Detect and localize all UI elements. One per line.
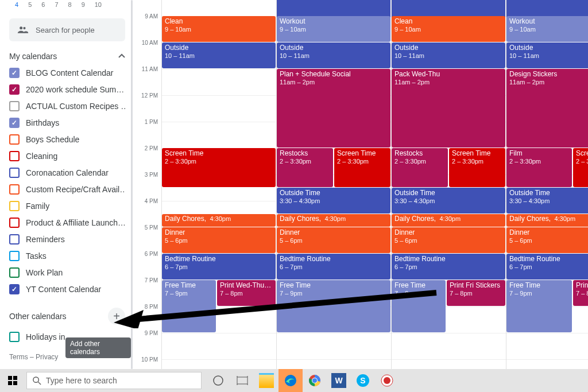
- event[interactable]: Dinner5 – 6pm: [392, 227, 505, 253]
- calendar-checkbox[interactable]: [9, 284, 20, 294]
- calendar-checkbox[interactable]: [9, 267, 20, 278]
- event[interactable]: Daily Chores, 4:30pm: [506, 214, 588, 227]
- calendar-item[interactable]: Reminders: [9, 231, 125, 247]
- trend-icon[interactable]: [375, 369, 399, 392]
- calendar-checkbox[interactable]: [9, 68, 20, 78]
- event[interactable]: Screen2 – 3:3: [573, 148, 588, 187]
- time-label: 11 AM: [142, 65, 158, 72]
- chrome-icon[interactable]: [303, 369, 327, 392]
- day-column[interactable]: Clean9 – 10amOutside10 – 11amScreen Time…: [162, 0, 277, 369]
- event[interactable]: Screen Time2 – 3:30pm: [449, 148, 505, 187]
- event[interactable]: Free Time7 – 9pm: [277, 280, 390, 332]
- time-label: 8 PM: [145, 303, 158, 309]
- event[interactable]: Free Time7 – 9pm: [506, 280, 572, 332]
- word-icon[interactable]: W: [327, 369, 351, 392]
- calendar-item[interactable]: Work Plan: [9, 264, 125, 281]
- cortana-icon[interactable]: [206, 369, 230, 392]
- calendar-item[interactable]: Product & Affiliate Launch…: [9, 214, 125, 231]
- event[interactable]: Outside10 – 11am: [392, 42, 505, 68]
- event[interactable]: Bedtime Routine6 – 7pm: [506, 254, 588, 280]
- event[interactable]: Outside Time3:30 – 4:30pm: [392, 188, 505, 214]
- my-calendars-header[interactable]: My calendars: [9, 52, 125, 61]
- calendar-item[interactable]: Cleaning: [9, 148, 125, 164]
- calendar-grid[interactable]: Clean9 – 10amOutside10 – 11amScreen Time…: [162, 0, 588, 369]
- time-label: 6 PM: [145, 250, 158, 257]
- event[interactable]: Bedtime Routine6 – 7pm: [162, 254, 276, 280]
- event[interactable]: Workout9 – 10am: [506, 16, 588, 42]
- event[interactable]: Design Stickers11am – 2pm: [506, 69, 588, 148]
- day-column[interactable]: 8 – 9amWorkout9 – 10amOutside10 – 11amDe…: [506, 0, 588, 369]
- event[interactable]: Outside10 – 11am: [277, 42, 390, 68]
- calendar-checkbox[interactable]: [9, 218, 20, 228]
- event[interactable]: Print Wed-Thu Sti7 – 8pm: [217, 280, 276, 306]
- file-explorer-icon[interactable]: [254, 369, 278, 392]
- event[interactable]: Free Time7 – 9pm: [392, 280, 446, 332]
- event[interactable]: Outside Time3:30 – 4:30pm: [506, 188, 588, 214]
- svg-rect-4: [8, 376, 12, 380]
- event[interactable]: Dinner5 – 6pm: [277, 227, 390, 253]
- event[interactable]: Clean9 – 10am: [392, 16, 505, 42]
- event[interactable]: Bedtime Routine6 – 7pm: [392, 254, 505, 280]
- calendar-item[interactable]: YT Content Calendar: [9, 281, 125, 297]
- task-view-icon[interactable]: [230, 369, 254, 392]
- calendar-item[interactable]: Coronacation Calendar: [9, 164, 125, 181]
- add-other-calendars-button[interactable]: +: [108, 308, 125, 325]
- calendar-checkbox[interactable]: [9, 134, 20, 145]
- calendar-checkbox[interactable]: [9, 84, 20, 95]
- event[interactable]: Screen Time2 – 3:30pm: [334, 148, 390, 187]
- calendar-item[interactable]: Tasks: [9, 247, 125, 264]
- calendar-list: BLOG Content Calendar2020 work schedule …: [9, 64, 125, 297]
- event[interactable]: Workout9 – 10am: [277, 16, 390, 42]
- search-icon: [33, 377, 41, 385]
- edge-icon[interactable]: [278, 369, 303, 392]
- event[interactable]: Outside Time3:30 – 4:30pm: [277, 188, 390, 214]
- event[interactable]: Bedtime Routine6 – 7pm: [277, 254, 390, 280]
- calendar-checkbox[interactable]: [9, 184, 20, 195]
- calendar-item[interactable]: ACTUAL Custom Recipes …: [9, 98, 125, 114]
- search-people[interactable]: Search for people: [9, 18, 125, 41]
- calendar-item[interactable]: Birthdays: [9, 114, 125, 131]
- event[interactable]: Film2 – 3:30pm: [506, 148, 572, 187]
- calendar-checkbox[interactable]: [9, 251, 20, 261]
- event[interactable]: Dinner5 – 6pm: [506, 227, 588, 253]
- svg-point-0: [20, 26, 22, 29]
- other-calendars-header[interactable]: Other calendars +: [9, 308, 125, 325]
- event[interactable]: Clean9 – 10am: [162, 16, 276, 42]
- event[interactable]: Daily Chores, 4:30pm: [277, 214, 390, 227]
- calendar-checkbox[interactable]: [9, 201, 20, 211]
- event[interactable]: Restocks2 – 3:30pm: [277, 148, 333, 187]
- calendar-checkbox[interactable]: [9, 151, 20, 161]
- event[interactable]: Outside10 – 11am: [506, 42, 588, 68]
- event[interactable]: Dinner5 – 6pm: [162, 227, 276, 253]
- svg-rect-11: [237, 377, 247, 384]
- event[interactable]: Daily Chores, 4:30pm: [162, 214, 276, 227]
- calendar-checkbox[interactable]: [9, 168, 20, 178]
- event[interactable]: Daily Chores, 4:30pm: [392, 214, 505, 227]
- taskbar-search[interactable]: Type here to search: [26, 372, 202, 389]
- day-column[interactable]: 8 – 9amClean9 – 10amOutside10 – 11amPack…: [392, 0, 506, 369]
- mini-calendar-row[interactable]: 45678910: [9, 0, 125, 9]
- event[interactable]: Outside10 – 11am: [162, 42, 276, 68]
- windows-taskbar[interactable]: Type here to search W S: [0, 369, 588, 392]
- calendar-item[interactable]: BLOG Content Calendar: [9, 64, 125, 81]
- tooltip-add-other: Add other calendars: [65, 337, 131, 358]
- calendar-item[interactable]: 2020 work schedule Sum…: [9, 81, 125, 98]
- event[interactable]: Pack Wed-Thu11am – 2pm: [392, 69, 505, 148]
- calendar-item[interactable]: Boys Schedule: [9, 131, 125, 148]
- start-button[interactable]: [0, 369, 25, 392]
- event[interactable]: Free Time7 – 9pm: [162, 280, 216, 332]
- event[interactable]: Print Fri Stickers7 – 8pm: [447, 280, 505, 306]
- event[interactable]: Print M7 – 8p: [573, 280, 588, 306]
- event[interactable]: Restocks2 – 3:30pm: [392, 148, 448, 187]
- calendar-checkbox[interactable]: [9, 101, 20, 111]
- calendar-checkbox[interactable]: [9, 118, 20, 128]
- skype-icon[interactable]: S: [351, 369, 375, 392]
- calendar-item[interactable]: Custom Recipe/Craft Avail…: [9, 181, 125, 197]
- calendar-item[interactable]: Family: [9, 197, 125, 214]
- calendar-checkbox[interactable]: [9, 332, 20, 342]
- calendar-checkbox[interactable]: [9, 234, 20, 244]
- event[interactable]: Plan + Schedule Social11am – 2pm: [277, 69, 390, 148]
- day-column[interactable]: 8 – 9amWorkout9 – 10amOutside10 – 11amPl…: [277, 0, 392, 369]
- time-label: 7 PM: [145, 277, 158, 283]
- event[interactable]: Screen Time2 – 3:30pm: [162, 148, 276, 187]
